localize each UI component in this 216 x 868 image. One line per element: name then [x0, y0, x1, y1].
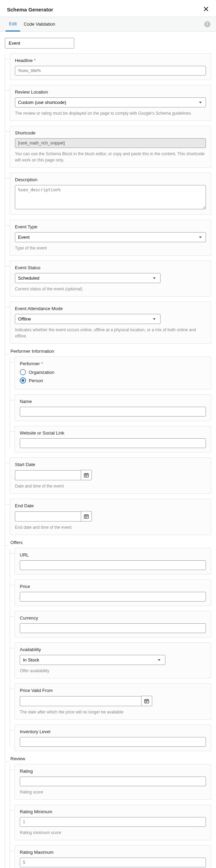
svg-rect-6	[87, 475, 88, 476]
attendance-mode-hint: Indicates whether the event occurs onlin…	[15, 327, 206, 339]
end-date-hint: End date and time of the event	[15, 524, 206, 531]
svg-rect-25	[146, 702, 146, 703]
event-status-label: Event Status	[15, 265, 206, 270]
review-location-select[interactable]: Custom (use shortcode)	[15, 97, 206, 107]
availability-label: Availability	[20, 647, 206, 652]
performer-website-input[interactable]	[20, 438, 206, 448]
svg-rect-13	[85, 516, 86, 517]
svg-rect-26	[146, 702, 147, 703]
page-title: Schema Generator	[7, 7, 53, 12]
price-valid-from-input[interactable]	[20, 696, 141, 706]
close-button[interactable]: ✕	[203, 6, 209, 13]
attendance-mode-label: Event Attendance Mode	[15, 306, 206, 311]
performer-label: Performer *	[20, 361, 206, 366]
inventory-label: Inventory Level	[20, 729, 206, 734]
svg-rect-23	[146, 701, 147, 702]
rating-min-label: Rating Minimum	[20, 809, 206, 814]
tab-code-validation[interactable]: Code Validation	[20, 17, 59, 31]
offer-currency-label: Currency	[20, 615, 206, 621]
rating-max-input[interactable]	[20, 858, 206, 867]
rating-input[interactable]	[20, 777, 206, 786]
svg-rect-4	[85, 475, 86, 476]
shortcode-label: Shortcode	[15, 130, 206, 135]
offer-url-label: URL	[20, 552, 206, 558]
description-label: Description	[15, 177, 206, 182]
svg-rect-14	[86, 516, 87, 517]
svg-rect-8	[86, 476, 87, 477]
event-type-select[interactable]: Event	[15, 232, 206, 242]
rating-min-input[interactable]	[20, 817, 206, 827]
tab-bar: Edit Code Validation i	[0, 17, 216, 32]
rating-max-label: Rating Maximum	[20, 850, 206, 855]
price-valid-from-label: Price Valid From	[20, 688, 206, 693]
performer-name-label: Name	[20, 399, 206, 404]
inventory-input[interactable]	[20, 737, 206, 747]
performer-name-input[interactable]	[20, 407, 206, 417]
description-textarea[interactable]: %seo_description%	[15, 185, 206, 209]
svg-rect-5	[86, 475, 87, 476]
offer-price-label: Price	[20, 584, 206, 589]
svg-rect-24	[147, 701, 148, 702]
shortcode-hint: You can use the Schema Block in the bloc…	[15, 151, 206, 163]
attendance-mode-select[interactable]: Offline	[15, 314, 161, 324]
price-valid-from-picker-button[interactable]	[141, 696, 152, 706]
rating-min-hint: Rating minimum score	[20, 830, 206, 836]
schema-type-input[interactable]	[5, 38, 74, 49]
rating-label: Rating	[20, 769, 206, 774]
headline-input[interactable]	[15, 66, 206, 76]
shortcode-input[interactable]	[15, 138, 206, 148]
review-location-hint: The review or rating must be displayed o…	[15, 110, 206, 116]
radio-person[interactable]: Person	[20, 377, 206, 384]
start-date-label: Start Date	[15, 462, 206, 467]
event-type-hint: Type of the event	[15, 245, 206, 251]
availability-hint: Offer availability	[20, 668, 206, 674]
start-date-hint: Date and time of the event	[15, 483, 206, 489]
svg-rect-16	[85, 517, 86, 518]
review-section-label: Review	[10, 756, 211, 761]
performer-website-label: Website or Social Link	[20, 430, 206, 436]
offer-url-input[interactable]	[20, 560, 206, 570]
review-location-label: Review Location	[15, 89, 206, 95]
svg-rect-15	[87, 516, 88, 517]
rating-hint: Rating score	[20, 789, 206, 795]
end-date-picker-button[interactable]	[81, 511, 92, 521]
event-status-select[interactable]: Scheduled	[15, 273, 161, 283]
performer-section-label: Performer Information	[10, 349, 211, 354]
end-date-label: End Date	[15, 503, 206, 508]
svg-rect-7	[85, 476, 86, 477]
event-type-label: Event Type	[15, 224, 206, 229]
start-date-input[interactable]	[15, 470, 81, 480]
event-status-hint: Current status of the event (optional)	[15, 286, 206, 292]
svg-rect-17	[86, 517, 87, 518]
svg-rect-22	[146, 701, 146, 702]
info-icon[interactable]: i	[204, 21, 210, 27]
headline-label: Headline *	[15, 58, 206, 63]
offer-currency-input[interactable]	[20, 623, 206, 633]
calendar-icon	[84, 473, 89, 477]
radio-organization[interactable]: Organization	[20, 369, 206, 375]
price-valid-from-hint: The date after which the price will no l…	[20, 709, 206, 715]
offers-section-label: Offers	[10, 540, 211, 545]
start-date-picker-button[interactable]	[81, 470, 92, 480]
tab-edit[interactable]: Edit	[6, 17, 20, 32]
calendar-icon	[144, 699, 149, 703]
end-date-input[interactable]	[15, 511, 81, 521]
offer-price-input[interactable]	[20, 592, 206, 602]
availability-select[interactable]: In Stock	[20, 655, 165, 665]
calendar-icon	[84, 514, 89, 519]
